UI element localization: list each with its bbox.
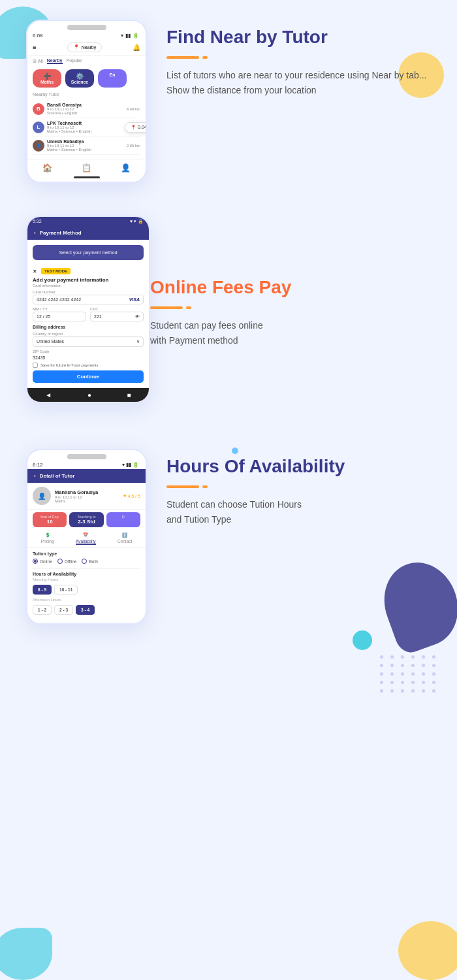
star-icon: ★ <box>123 493 127 498</box>
radio-dot-online <box>33 559 38 564</box>
slot-2-3[interactable]: 2 - 3 <box>54 605 73 615</box>
slot-8-9[interactable]: 8 - 9 <box>33 585 52 595</box>
p2-zip-label: ZIP Code <box>33 350 144 353</box>
section1-title: Find Near by Tutor <box>166 26 431 48</box>
subject-english[interactable]: En <box>98 69 127 88</box>
tutor-item-3[interactable]: 👤 Umesh Rabadiya 9 to 10,11 to 12 Maths … <box>33 137 140 155</box>
p3-tutor-subject: Maths <box>55 499 98 503</box>
menu-icon: ≡ <box>33 44 37 51</box>
p3-tutor-name: Maniisha Gorasiya <box>55 489 98 495</box>
phone-status-3: 6:12 ▾ ▮▮ 🔋 <box>27 461 146 469</box>
section1-desc: List of tutors who are near to your resi… <box>166 68 431 99</box>
p2-header: ‹ Payment Method <box>27 226 149 240</box>
p3-back-icon[interactable]: ‹ <box>34 473 36 479</box>
tab-all[interactable]: ⊞ All <box>33 58 43 64</box>
radio-both[interactable]: Both <box>82 559 97 564</box>
p2-country-select[interactable]: United States ∨ <box>33 336 144 347</box>
phone1-tabs: ⊞ All Nearby Popular <box>27 56 146 67</box>
p2-test-mode-row: ✕ TEST MODE <box>27 265 149 277</box>
p2-continue-btn[interactable]: Continue <box>33 370 144 383</box>
blob-br <box>398 921 457 980</box>
section2-title: Online Fees Pay <box>150 276 411 299</box>
tutor-item-1[interactable]: B Bansil Gorasiya 9 to 10,11 to 12 Scien… <box>33 100 140 118</box>
tab-nearby[interactable]: Nearby <box>47 58 63 64</box>
blob-tl-s3 <box>0 928 52 980</box>
contact-icon: ℹ️ <box>122 532 127 538</box>
p3-tution-type-label: Tution type <box>27 548 146 557</box>
tab-popular[interactable]: Popular <box>67 58 82 64</box>
close-icon[interactable]: ✕ <box>33 269 37 274</box>
chevron-down-icon: ∨ <box>136 339 140 344</box>
phone1-subjects: ➕ Maths ⚙️ Science En <box>27 67 146 90</box>
slot-10-11[interactable]: 10 - 11 <box>54 585 78 595</box>
avatar-l: L <box>33 122 44 133</box>
grid-icon: ⊞ <box>33 59 37 64</box>
p2-save-checkbox[interactable] <box>33 363 38 368</box>
dots-decoration <box>380 655 437 693</box>
p3-afternoon-label: Afternoon Hours <box>27 598 146 604</box>
p2-square-btn[interactable]: ■ <box>127 391 131 399</box>
tab-contact[interactable]: ℹ️ Contact <box>118 532 132 545</box>
p2-country-label: Country or region <box>33 332 144 336</box>
p2-select-method: Select your payment method <box>33 245 144 260</box>
p2-save-row: Save for future E-Tutor payments <box>33 363 144 368</box>
stat-teaching: Teaching to 2-3 Std <box>69 512 103 527</box>
tutor-item-2[interactable]: L LPK Technosoft 9 to 10,11 to 12 Maths … <box>33 118 140 137</box>
p2-back-btn[interactable]: ◄ <box>45 391 52 399</box>
phone-notch-3 <box>67 454 106 459</box>
nearby-btn[interactable]: 📍 Nearby <box>67 42 102 52</box>
phone-frame-2: 5:32 ♥ ▾ 🔒 ‹ Payment Method Select your … <box>26 216 150 403</box>
p3-header: ‹ Detail of Tutor <box>27 469 146 483</box>
tab-availability[interactable]: 📅 Availability <box>76 532 96 545</box>
p3-tutor-info: 👤 Maniisha Gorasiya 9 to 10,11 to 12 Mat… <box>27 483 146 510</box>
p2-status-icons: ♥ ▾ 🔒 <box>130 219 144 224</box>
p2-row-mmcvc: MM / YY 12 / 25 CVC 221 👁 <box>33 304 144 321</box>
section-hours: 6:12 ▾ ▮▮ 🔋 ‹ Detail of Tutor 👤 Maniisha… <box>0 436 457 651</box>
phone-payment: 5:32 ♥ ▾ 🔒 ‹ Payment Method Select your … <box>26 216 150 403</box>
slot-1-2[interactable]: 1 - 2 <box>33 605 52 615</box>
p2-cvc-label: CVC <box>90 307 144 311</box>
p3-afternoon-slots: 1 - 2 2 - 3 3 - 4 <box>27 604 146 618</box>
nearby-label: Nearby <box>82 45 97 50</box>
tutor-name-2: LPK Technosoft <box>47 121 91 125</box>
home-nav-icon[interactable]: 🏠 <box>42 163 52 172</box>
wifi-icon: ▾ <box>121 33 123 39</box>
phone-time-1: 6:08 <box>33 33 43 39</box>
search-nav-icon[interactable]: 📋 <box>82 163 91 172</box>
section3-desc: Student can choose Tution Hoursand Tutio… <box>166 497 431 529</box>
p2-mm-input[interactable]: 12 / 25 <box>33 312 86 321</box>
radio-online[interactable]: Online <box>33 559 52 564</box>
slot-3-4[interactable]: 3 - 4 <box>76 605 95 615</box>
phone-frame-3: 6:12 ▾ ▮▮ 🔋 ‹ Detail of Tutor 👤 Maniisha… <box>26 449 147 625</box>
p3-bottom-space <box>27 618 146 623</box>
stat-exp: Year of Exp. 10 <box>33 512 67 527</box>
p3-tutor-avatar: 👤 <box>33 487 51 505</box>
phone-status-1: 6:08 ▾ ▮▮ 🔋 <box>27 31 146 40</box>
tutor-sub-1: Science • English <box>47 111 82 115</box>
section3-divider <box>166 485 199 488</box>
tutor-list: B Bansil Gorasiya 9 to 10,11 to 12 Scien… <box>27 99 146 156</box>
p3-tabs: 💲 Pricing 📅 Availability ℹ️ Contact <box>27 530 146 548</box>
radio-dot-offline <box>57 559 63 564</box>
section2-desc: Student can pay fees onlinewith Payment … <box>150 318 411 350</box>
back-icon[interactable]: ‹ <box>34 230 36 236</box>
tab-pricing[interactable]: 💲 Pricing <box>41 532 54 545</box>
phone-status-icons-1: ▾ ▮▮ 🔋 <box>121 33 139 39</box>
subject-maths[interactable]: ➕ Maths <box>33 69 61 88</box>
subject-science[interactable]: ⚙️ Science <box>65 69 94 88</box>
section3-text: Hours Of Availability Student can choose… <box>147 449 431 528</box>
p2-home-btn[interactable]: ● <box>87 391 91 399</box>
avatar-b: B <box>33 103 44 115</box>
stat-other: D <box>106 512 140 527</box>
profile-nav-icon[interactable]: 👤 <box>121 163 131 172</box>
phone-bottom-bar-1 <box>27 176 146 182</box>
p2-mm-label: MM / YY <box>33 307 86 311</box>
radio-offline[interactable]: Offline <box>57 559 77 564</box>
location-icon-sm: 📍 <box>131 125 136 129</box>
p2-card-input[interactable]: 4242 4242 4242 4242 VISA <box>33 295 144 304</box>
tutor-name-3: Umesh Rabadiya <box>47 139 91 144</box>
phone-notch-1 <box>67 25 106 30</box>
p2-cvc-input[interactable]: 221 👁 <box>90 312 144 321</box>
p2-form-subtitle: Card information <box>33 284 144 287</box>
tutor-dist-3: 2.65 km <box>127 144 140 148</box>
